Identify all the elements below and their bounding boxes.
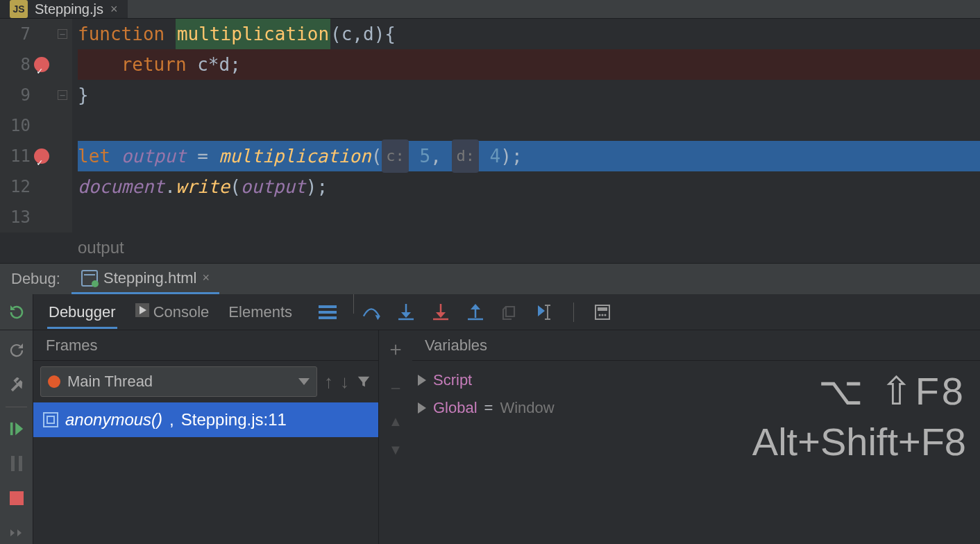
- move-down-icon[interactable]: ▼: [389, 442, 403, 458]
- code-editor[interactable]: 7− 8 9− 10 11 12 13 function multiplicat…: [0, 19, 980, 263]
- resume-icon[interactable]: [0, 411, 33, 446]
- fold-icon[interactable]: −: [58, 90, 67, 100]
- fold-icon[interactable]: −: [58, 29, 67, 39]
- stack-frame[interactable]: anonymous(), Stepping.js:11: [33, 402, 378, 437]
- stack-frame-icon: [43, 412, 58, 427]
- step-into-icon[interactable]: [397, 303, 415, 321]
- threads-icon[interactable]: [319, 305, 337, 319]
- file-tab-stepping[interactable]: Stepping.js ×: [0, 0, 128, 18]
- svg-point-15: [602, 314, 604, 316]
- close-icon[interactable]: ×: [110, 2, 118, 17]
- code-line[interactable]: [78, 110, 980, 141]
- frame-up-icon[interactable]: ↑: [324, 371, 333, 393]
- shortcut-mac: ⌥ ⇧F8: [752, 366, 966, 417]
- console-icon: [135, 303, 149, 317]
- code-line[interactable]: document.write(output);: [78, 171, 980, 202]
- breakpoint-icon[interactable]: [34, 148, 49, 164]
- pause-icon[interactable]: [0, 446, 33, 481]
- tab-console[interactable]: Console: [134, 296, 211, 328]
- chevron-down-icon: [298, 378, 310, 385]
- debug-session-tab[interactable]: Stepping.html ×: [71, 264, 219, 294]
- code-line[interactable]: function multiplication(c,d){: [78, 19, 980, 49]
- stack-frame-location: Stepping.js:11: [181, 410, 287, 430]
- svg-point-16: [605, 314, 607, 316]
- evaluate-expression-icon[interactable]: [593, 303, 611, 321]
- chevron-right-icon: [418, 402, 426, 414]
- context-breadcrumb: output: [78, 232, 980, 263]
- filter-icon[interactable]: [356, 374, 371, 389]
- frames-panel: Frames Main Thread ↑ ↓ anonymous(),: [33, 330, 379, 544]
- tab-debugger[interactable]: Debugger: [47, 296, 117, 328]
- svg-rect-13: [598, 307, 607, 311]
- stop-icon[interactable]: [0, 481, 33, 516]
- thread-selector[interactable]: Main Thread: [40, 366, 317, 397]
- file-tab-bar: Stepping.js ×: [0, 0, 980, 19]
- svg-point-14: [599, 314, 601, 316]
- thread-name: Main Thread: [67, 373, 153, 391]
- debug-label: Debug:: [0, 270, 71, 288]
- stack-frame-function: anonymous(): [65, 410, 162, 430]
- frames-header: Frames: [33, 330, 378, 361]
- svg-rect-17: [10, 423, 12, 435]
- drop-frame-icon[interactable]: [501, 303, 519, 321]
- shortcut-overlay: ⌥ ⇧F8 Alt+Shift+F8: [752, 366, 966, 468]
- svg-rect-20: [10, 491, 24, 505]
- svg-rect-2: [319, 316, 337, 319]
- svg-rect-0: [319, 305, 337, 308]
- settings-icon[interactable]: [0, 368, 33, 402]
- force-step-into-icon[interactable]: [432, 303, 450, 321]
- svg-rect-18: [11, 456, 15, 471]
- debug-action-rail: [0, 330, 33, 544]
- add-watch-icon[interactable]: ＋: [386, 336, 405, 362]
- svg-rect-1: [319, 311, 337, 314]
- js-file-icon: [10, 0, 28, 18]
- chevron-right-icon: [418, 375, 426, 386]
- run-to-cursor-icon[interactable]: [536, 303, 554, 321]
- file-tab-label: Stepping.js: [35, 1, 103, 17]
- step-over-icon[interactable]: [362, 303, 380, 321]
- tab-elements[interactable]: Elements: [227, 296, 294, 328]
- move-up-icon[interactable]: ▲: [389, 414, 403, 430]
- debug-session-name: Stepping.html: [103, 269, 197, 287]
- rerun-icon[interactable]: [8, 304, 25, 321]
- breakpoint-icon[interactable]: [34, 57, 49, 72]
- remove-watch-icon[interactable]: －: [386, 375, 405, 401]
- execution-line[interactable]: let output = multiplication( c: 5, d: 4)…: [78, 141, 980, 171]
- variables-header: Variables: [412, 330, 980, 361]
- shortcut-win: Alt+Shift+F8: [752, 417, 966, 468]
- frame-down-icon[interactable]: ↓: [340, 371, 349, 393]
- more-icon[interactable]: [0, 516, 33, 544]
- code-line[interactable]: return c*d;: [78, 49, 980, 80]
- code-line[interactable]: [78, 202, 980, 232]
- restart-icon[interactable]: [0, 333, 33, 368]
- code-line[interactable]: }: [78, 80, 980, 110]
- svg-rect-19: [19, 456, 22, 471]
- editor-gutter: 7− 8 9− 10 11 12 13: [0, 19, 72, 232]
- step-out-icon[interactable]: [466, 303, 484, 321]
- close-icon[interactable]: ×: [202, 271, 210, 285]
- thread-status-dot: [48, 375, 60, 388]
- browser-icon: [81, 270, 98, 287]
- debug-header: Debug: Stepping.html ×: [0, 264, 980, 294]
- debug-toolbar: Debugger Console Elements: [0, 294, 980, 330]
